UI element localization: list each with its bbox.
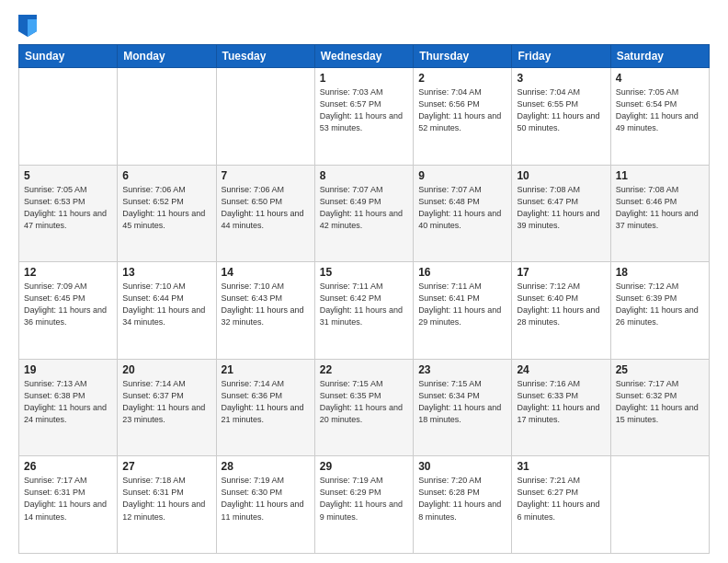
day-number: 12 <box>24 266 112 279</box>
day-number: 26 <box>24 460 112 473</box>
page: SundayMondayTuesdayWednesdayThursdayFrid… <box>0 0 728 563</box>
calendar-cell: 8Sunrise: 7:07 AMSunset: 6:49 PMDaylight… <box>314 165 413 262</box>
day-number: 8 <box>320 169 408 182</box>
day-info: Sunrise: 7:13 AMSunset: 6:38 PMDaylight:… <box>24 378 112 426</box>
calendar-cell: 12Sunrise: 7:09 AMSunset: 6:45 PMDayligh… <box>19 262 118 360</box>
day-number: 6 <box>122 169 210 182</box>
day-number: 13 <box>122 266 210 279</box>
day-info: Sunrise: 7:09 AMSunset: 6:45 PMDaylight:… <box>24 281 112 328</box>
day-number: 28 <box>222 460 310 473</box>
weekday-header-thursday: Thursday <box>414 45 512 68</box>
calendar-cell <box>610 456 709 554</box>
day-info: Sunrise: 7:12 AMSunset: 6:40 PMDaylight:… <box>517 281 605 328</box>
weekday-header-saturday: Saturday <box>610 45 709 68</box>
day-number: 11 <box>616 169 704 182</box>
day-info: Sunrise: 7:04 AMSunset: 6:55 PMDaylight:… <box>517 86 605 134</box>
calendar-cell: 5Sunrise: 7:05 AMSunset: 6:53 PMDaylight… <box>19 165 118 262</box>
day-info: Sunrise: 7:15 AMSunset: 6:35 PMDaylight:… <box>320 378 408 426</box>
day-info: Sunrise: 7:17 AMSunset: 6:31 PMDaylight:… <box>24 475 112 523</box>
day-number: 4 <box>616 72 704 85</box>
calendar-cell: 26Sunrise: 7:17 AMSunset: 6:31 PMDayligh… <box>19 456 118 554</box>
weekday-header-row: SundayMondayTuesdayWednesdayThursdayFrid… <box>19 45 710 68</box>
calendar-cell <box>118 68 216 166</box>
day-number: 16 <box>418 266 506 279</box>
day-info: Sunrise: 7:14 AMSunset: 6:37 PMDaylight:… <box>122 378 210 426</box>
day-info: Sunrise: 7:15 AMSunset: 6:34 PMDaylight:… <box>418 378 506 426</box>
day-info: Sunrise: 7:06 AMSunset: 6:52 PMDaylight:… <box>122 184 210 232</box>
day-number: 29 <box>320 460 408 473</box>
calendar-cell: 29Sunrise: 7:19 AMSunset: 6:29 PMDayligh… <box>314 456 413 554</box>
calendar-week-3: 12Sunrise: 7:09 AMSunset: 6:45 PMDayligh… <box>19 262 710 360</box>
day-number: 20 <box>122 363 210 376</box>
calendar-cell: 15Sunrise: 7:11 AMSunset: 6:42 PMDayligh… <box>314 262 413 360</box>
day-info: Sunrise: 7:03 AMSunset: 6:57 PMDaylight:… <box>320 86 408 134</box>
calendar-cell: 30Sunrise: 7:20 AMSunset: 6:28 PMDayligh… <box>414 456 512 554</box>
calendar-cell: 27Sunrise: 7:18 AMSunset: 6:31 PMDayligh… <box>118 456 216 554</box>
day-info: Sunrise: 7:07 AMSunset: 6:49 PMDaylight:… <box>320 184 408 232</box>
day-number: 3 <box>517 72 605 85</box>
calendar-cell: 20Sunrise: 7:14 AMSunset: 6:37 PMDayligh… <box>118 359 216 456</box>
weekday-header-sunday: Sunday <box>19 45 118 68</box>
day-info: Sunrise: 7:08 AMSunset: 6:47 PMDaylight:… <box>517 184 605 232</box>
day-info: Sunrise: 7:19 AMSunset: 6:29 PMDaylight:… <box>320 475 408 523</box>
calendar-cell: 31Sunrise: 7:21 AMSunset: 6:27 PMDayligh… <box>512 456 610 554</box>
day-number: 1 <box>320 72 408 85</box>
calendar-cell: 10Sunrise: 7:08 AMSunset: 6:47 PMDayligh… <box>512 165 610 262</box>
day-info: Sunrise: 7:20 AMSunset: 6:28 PMDaylight:… <box>418 475 506 523</box>
calendar-cell: 19Sunrise: 7:13 AMSunset: 6:38 PMDayligh… <box>19 359 118 456</box>
calendar-cell: 24Sunrise: 7:16 AMSunset: 6:33 PMDayligh… <box>512 359 610 456</box>
day-number: 7 <box>222 169 310 182</box>
day-info: Sunrise: 7:12 AMSunset: 6:39 PMDaylight:… <box>616 281 704 328</box>
calendar-table: SundayMondayTuesdayWednesdayThursdayFrid… <box>18 44 710 554</box>
day-info: Sunrise: 7:11 AMSunset: 6:41 PMDaylight:… <box>418 281 506 328</box>
day-number: 14 <box>222 266 310 279</box>
day-number: 17 <box>517 266 605 279</box>
day-info: Sunrise: 7:05 AMSunset: 6:54 PMDaylight:… <box>616 86 704 134</box>
calendar-cell: 4Sunrise: 7:05 AMSunset: 6:54 PMDaylight… <box>610 68 709 166</box>
day-info: Sunrise: 7:10 AMSunset: 6:44 PMDaylight:… <box>122 281 210 328</box>
calendar-cell: 1Sunrise: 7:03 AMSunset: 6:57 PMDaylight… <box>314 68 413 166</box>
calendar-cell: 21Sunrise: 7:14 AMSunset: 6:36 PMDayligh… <box>216 359 314 456</box>
day-info: Sunrise: 7:06 AMSunset: 6:50 PMDaylight:… <box>222 184 310 232</box>
day-info: Sunrise: 7:10 AMSunset: 6:43 PMDaylight:… <box>222 281 310 328</box>
day-number: 25 <box>616 363 704 376</box>
calendar-cell: 28Sunrise: 7:19 AMSunset: 6:30 PMDayligh… <box>216 456 314 554</box>
calendar-cell: 22Sunrise: 7:15 AMSunset: 6:35 PMDayligh… <box>314 359 413 456</box>
day-info: Sunrise: 7:19 AMSunset: 6:30 PMDaylight:… <box>222 475 310 523</box>
day-number: 5 <box>24 169 112 182</box>
calendar-cell: 2Sunrise: 7:04 AMSunset: 6:56 PMDaylight… <box>414 68 512 166</box>
day-info: Sunrise: 7:11 AMSunset: 6:42 PMDaylight:… <box>320 281 408 328</box>
calendar-cell <box>216 68 314 166</box>
calendar-cell: 18Sunrise: 7:12 AMSunset: 6:39 PMDayligh… <box>610 262 709 360</box>
day-number: 9 <box>418 169 506 182</box>
calendar-cell: 25Sunrise: 7:17 AMSunset: 6:32 PMDayligh… <box>610 359 709 456</box>
day-number: 27 <box>122 460 210 473</box>
calendar-cell: 3Sunrise: 7:04 AMSunset: 6:55 PMDaylight… <box>512 68 610 166</box>
calendar-cell: 13Sunrise: 7:10 AMSunset: 6:44 PMDayligh… <box>118 262 216 360</box>
calendar-week-5: 26Sunrise: 7:17 AMSunset: 6:31 PMDayligh… <box>19 456 710 554</box>
weekday-header-tuesday: Tuesday <box>216 45 314 68</box>
calendar-week-2: 5Sunrise: 7:05 AMSunset: 6:53 PMDaylight… <box>19 165 710 262</box>
calendar-cell: 6Sunrise: 7:06 AMSunset: 6:52 PMDaylight… <box>118 165 216 262</box>
day-number: 10 <box>517 169 605 182</box>
day-number: 23 <box>418 363 506 376</box>
day-info: Sunrise: 7:18 AMSunset: 6:31 PMDaylight:… <box>122 475 210 523</box>
weekday-header-wednesday: Wednesday <box>314 45 413 68</box>
day-info: Sunrise: 7:08 AMSunset: 6:46 PMDaylight:… <box>616 184 704 232</box>
day-info: Sunrise: 7:04 AMSunset: 6:56 PMDaylight:… <box>418 86 506 134</box>
day-info: Sunrise: 7:14 AMSunset: 6:36 PMDaylight:… <box>222 378 310 426</box>
day-number: 24 <box>517 363 605 376</box>
weekday-header-friday: Friday <box>512 45 610 68</box>
day-info: Sunrise: 7:17 AMSunset: 6:32 PMDaylight:… <box>616 378 704 426</box>
calendar-cell: 16Sunrise: 7:11 AMSunset: 6:41 PMDayligh… <box>414 262 512 360</box>
header <box>18 15 710 37</box>
calendar-cell: 11Sunrise: 7:08 AMSunset: 6:46 PMDayligh… <box>610 165 709 262</box>
day-number: 2 <box>418 72 506 85</box>
calendar-cell: 17Sunrise: 7:12 AMSunset: 6:40 PMDayligh… <box>512 262 610 360</box>
day-number: 19 <box>24 363 112 376</box>
weekday-header-monday: Monday <box>118 45 216 68</box>
day-info: Sunrise: 7:21 AMSunset: 6:27 PMDaylight:… <box>517 475 605 523</box>
logo-icon <box>18 15 37 37</box>
day-number: 21 <box>222 363 310 376</box>
svg-marker-1 <box>28 19 37 37</box>
